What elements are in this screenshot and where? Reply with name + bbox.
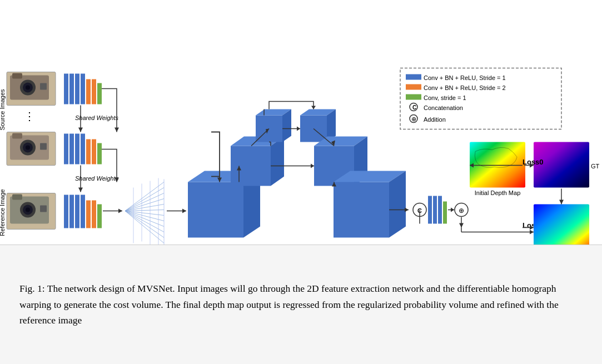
src1-to-cost	[102, 89, 117, 132]
feat-bar-2-4	[81, 134, 85, 164]
feat-bar-2-1	[64, 134, 68, 164]
arrow-add-to-ref-head	[530, 230, 534, 235]
caption-text: Fig. 1: The network design of MVSNet. In…	[19, 281, 583, 329]
ref-cam-detail	[40, 206, 47, 212]
cam1-lens-center	[26, 86, 30, 90]
ref-cam-handle	[12, 195, 22, 200]
feat-bar-3-5	[86, 201, 91, 228]
feat-bar-3-4	[81, 195, 85, 228]
ref-cam-lens-center	[26, 208, 30, 212]
top-fold-arrow	[269, 102, 314, 109]
feat-bar-2-7	[97, 143, 102, 164]
src1-to-cost-head	[115, 128, 119, 132]
feat-bar-1-7	[97, 83, 102, 104]
shared-weights-1: Shared Weights	[75, 114, 119, 121]
cost-vol-small	[256, 109, 291, 142]
feat-bar-1-3	[75, 74, 79, 104]
feat-bar-1-4	[81, 74, 85, 104]
legend-add-symbol: ⊕	[411, 116, 416, 122]
gt-label: GT	[591, 163, 600, 169]
legend-color-orange	[406, 84, 421, 90]
feat-bar-3-2	[69, 195, 74, 228]
legend-text-3: Conv, stride = 1	[424, 94, 466, 101]
legend-text-2: Conv + BN + ReLU, Stride = 2	[424, 84, 506, 91]
feat-bar-2-5	[86, 139, 91, 164]
feat-bar-3-6	[92, 201, 96, 228]
dec-cube-large-right	[389, 171, 406, 238]
source-images-label: Source Images	[0, 89, 6, 130]
caption-area: Fig. 1: The network design of MVSNet. In…	[0, 245, 602, 364]
homography-fan	[125, 178, 164, 248]
legend-color-green	[406, 94, 421, 100]
feat-bar-1-6	[92, 79, 96, 104]
reference-image-label: Reference Image	[0, 189, 6, 236]
feat-bar-1-2	[69, 74, 74, 104]
feat-bar-3-3	[75, 195, 79, 228]
decoder-large	[334, 171, 406, 238]
fan-line-1	[125, 182, 164, 211]
arrow-head-1	[78, 128, 83, 132]
skip-arrow-small	[297, 127, 300, 131]
add-symbol: ⊕	[459, 207, 464, 215]
initial-depth-label: Initial Depth Map	[475, 190, 521, 196]
top-fold-arrow-head	[311, 106, 316, 109]
legend-text-4: Concatenation	[424, 104, 463, 111]
feat-bar-1-5	[86, 79, 91, 104]
arrow-refine-head	[405, 208, 409, 212]
refine-bar-4	[443, 202, 447, 224]
cube-med-front	[231, 146, 271, 186]
refine-bar-1	[428, 196, 432, 224]
feat-bar-3-7	[97, 205, 102, 228]
cam2-detail	[40, 143, 47, 150]
initial-depth-map-img	[470, 142, 525, 188]
cube-large-front	[188, 182, 243, 238]
fan-line-10	[125, 211, 164, 232]
legend-color-blue	[406, 74, 421, 80]
arrow-head-ref	[118, 209, 122, 213]
dec-cube-large-front	[334, 182, 389, 238]
cam2-lens-center	[26, 146, 30, 150]
arrow-from-add-head	[459, 223, 464, 228]
shared-weights-2: Shared Weights	[75, 175, 119, 182]
feat-bar-3-1	[64, 195, 68, 228]
legend-text-1: Conv + BN + ReLU, Stride = 1	[424, 74, 506, 81]
arrow-head-cost	[182, 209, 186, 213]
dots: ⋮	[24, 110, 35, 122]
gt-to-loss1-head	[559, 200, 564, 205]
main-container: Conv + BN + ReLU, Stride = 1 Conv + BN +…	[0, 0, 602, 364]
refined-depth-map-img	[534, 205, 589, 250]
feat-bar-1-1	[64, 74, 68, 104]
skip-arrow-med	[311, 164, 314, 168]
cam2-handle	[12, 133, 22, 139]
arrow-head-2	[78, 188, 83, 192]
feat-bar-2-6	[92, 139, 96, 164]
loss0-label: Loss0	[523, 158, 544, 166]
cam1-handle	[12, 73, 22, 79]
feat-bar-2-2	[69, 134, 74, 164]
legend-concat-symbol: C	[412, 104, 416, 111]
feat-bar-2-3	[75, 134, 79, 164]
arrow-add-head	[451, 208, 454, 212]
fan-line-4	[125, 199, 164, 211]
refine-bar-3	[438, 196, 442, 224]
cam1-detail	[40, 83, 47, 90]
refine-bar-2	[433, 196, 437, 224]
legend-text-5: Addition	[424, 116, 446, 123]
fan-line-3	[125, 193, 164, 211]
